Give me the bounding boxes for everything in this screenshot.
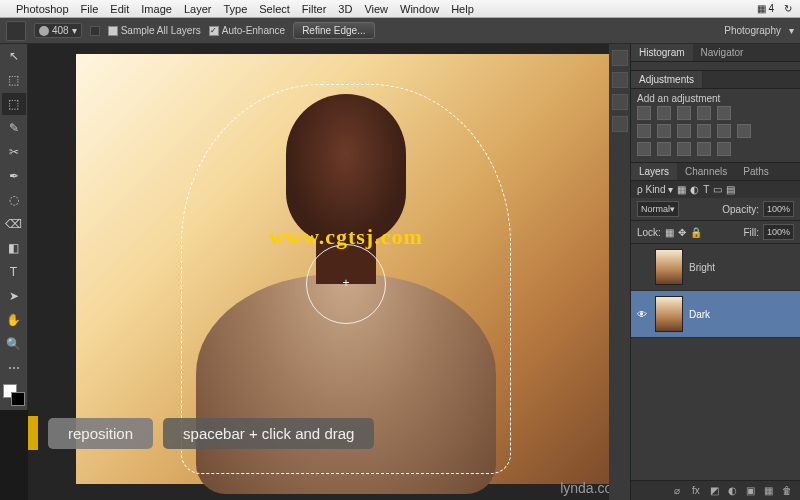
posterize-icon[interactable] [657,142,671,156]
collapsed-panel-icon[interactable] [612,116,628,132]
menu-3d[interactable]: 3D [338,3,352,15]
layer-row[interactable]: 👁 Dark [631,291,800,338]
hue-icon[interactable] [637,124,651,138]
watermark-text: www.cgtsj.com [269,224,423,250]
filter-shape-icon[interactable]: ▭ [713,184,722,195]
layer-name[interactable]: Dark [689,309,710,320]
brush-mode-dropdown[interactable] [90,26,100,36]
new-group-icon[interactable]: ▣ [746,485,758,497]
menu-help[interactable]: Help [451,3,474,15]
layer-filter-kind[interactable]: ρ Kind ▾ [637,184,673,195]
trash-icon[interactable]: 🗑 [782,485,794,497]
background-swatch[interactable] [11,392,25,406]
menu-photoshop[interactable]: Photoshop [16,3,69,15]
chevron-down-icon: ▾ [789,25,794,36]
lock-pixels-icon[interactable]: ▦ [665,227,674,238]
refine-edge-button[interactable]: Refine Edge... [293,22,374,39]
new-layer-icon[interactable]: ▦ [764,485,776,497]
menu-file[interactable]: File [81,3,99,15]
path-tool[interactable]: ➤ [2,285,26,307]
exposure-icon[interactable] [697,106,711,120]
blend-mode-select[interactable]: Normal ▾ [637,201,679,217]
gradient-map-icon[interactable] [697,142,711,156]
gradient-tool[interactable]: ◧ [2,237,26,259]
layer-mask-icon[interactable]: ◩ [710,485,722,497]
zoom-tool[interactable]: 🔍 [2,333,26,355]
active-tool-icon[interactable] [6,21,26,41]
type-tool[interactable]: T [2,261,26,283]
layer-thumbnail[interactable] [655,296,683,332]
menu-window[interactable]: Window [400,3,439,15]
lock-position-icon[interactable]: ✥ [678,227,686,238]
color-balance-icon[interactable] [657,124,671,138]
auto-enhance-label: Auto-Enhance [222,25,285,36]
tab-layers[interactable]: Layers [631,163,677,180]
checkbox-icon: ✓ [209,26,219,36]
visibility-icon[interactable]: 👁 [637,309,649,320]
menu-edit[interactable]: Edit [110,3,129,15]
color-swatches[interactable] [3,384,25,406]
hand-tool[interactable]: ✋ [2,309,26,331]
layer-thumbnail[interactable] [655,249,683,285]
vibrance-icon[interactable] [717,106,731,120]
lock-label: Lock: [637,227,661,238]
collapsed-panel-icon[interactable] [612,72,628,88]
brush-preview-dot [39,26,49,36]
marquee-tool[interactable]: ⬚ [2,69,26,91]
layer-style-icon[interactable]: fx [692,485,704,497]
menu-type[interactable]: Type [223,3,247,15]
more-tools[interactable]: ⋯ [2,357,26,379]
opacity-field[interactable]: 100% [763,201,794,217]
levels-icon[interactable] [657,106,671,120]
new-adjustment-icon[interactable]: ◐ [728,485,740,497]
brush-tool[interactable]: ✒ [2,165,26,187]
clone-tool[interactable]: ◌ [2,189,26,211]
crop-tool[interactable]: ✎ [2,117,26,139]
layer-name[interactable]: Bright [689,262,715,273]
menu-layer[interactable]: Layer [184,3,212,15]
lock-all-icon[interactable]: 🔒 [690,227,702,238]
auto-enhance-check[interactable]: ✓ Auto-Enhance [209,25,285,36]
layers-list: Bright 👁 Dark [631,244,800,480]
menu-filter[interactable]: Filter [302,3,326,15]
tab-adjustments[interactable]: Adjustments [631,71,702,88]
filter-adjust-icon[interactable]: ◐ [690,184,699,195]
eyedropper-tool[interactable]: ✂ [2,141,26,163]
brightness-icon[interactable] [637,106,651,120]
threshold-icon[interactable] [677,142,691,156]
layer-row[interactable]: Bright [631,244,800,291]
color-lookup-icon[interactable] [737,124,751,138]
tab-channels[interactable]: Channels [677,163,735,180]
channel-mixer-icon[interactable] [717,124,731,138]
tab-paths[interactable]: Paths [735,163,777,180]
invert-icon[interactable] [637,142,651,156]
status-badge: ▦ 4 [757,3,774,14]
menu-select[interactable]: Select [259,3,290,15]
quick-select-tool[interactable]: ⬚ [2,93,26,115]
move-tool[interactable]: ↖ [2,45,26,67]
filter-type-icon[interactable]: T [703,184,709,195]
tab-histogram[interactable]: Histogram [631,44,693,61]
collapsed-panel-icons [609,44,631,500]
collapsed-panel-icon[interactable] [612,50,628,66]
menu-image[interactable]: Image [141,3,172,15]
eraser-tool[interactable]: ⌫ [2,213,26,235]
photo-filter-icon[interactable] [697,124,711,138]
workspace-switcher[interactable]: Photography [724,25,781,36]
collapsed-panel-icon[interactable] [612,94,628,110]
sync-icon[interactable]: ↻ [784,3,792,14]
fill-field[interactable]: 100% [763,224,794,240]
right-panels: Histogram Navigator Adjustments Add an a… [630,44,800,500]
bw-icon[interactable] [677,124,691,138]
filter-pixel-icon[interactable]: ▦ [677,184,686,195]
filter-smart-icon[interactable]: ▤ [726,184,735,195]
link-layers-icon[interactable]: ⌀ [674,485,686,497]
mac-menubar: Photoshop File Edit Image Layer Type Sel… [0,0,800,18]
curves-icon[interactable] [677,106,691,120]
selective-color-icon[interactable] [717,142,731,156]
menu-view[interactable]: View [364,3,388,15]
brush-size-chip[interactable]: 408 ▾ [34,23,82,38]
add-adjustment-label: Add an adjustment [637,93,794,104]
tab-navigator[interactable]: Navigator [693,44,752,61]
sample-all-layers-check[interactable]: Sample All Layers [108,25,201,36]
